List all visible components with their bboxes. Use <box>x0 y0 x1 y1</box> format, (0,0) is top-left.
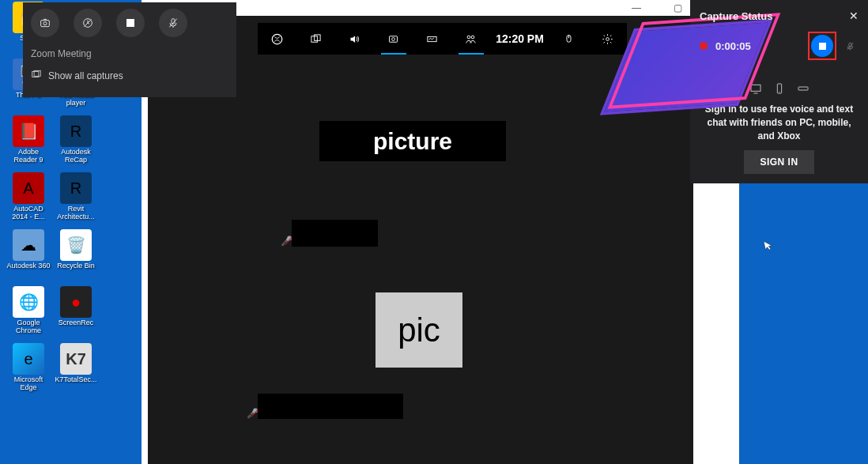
mouse-cursor-icon <box>761 238 777 256</box>
show-all-captures-link[interactable]: Show all captures <box>31 69 228 82</box>
svg-rect-3 <box>390 36 398 42</box>
desktop-icon-label: ScreenRec <box>58 319 94 327</box>
close-icon[interactable]: ✕ <box>849 9 859 22</box>
participant-tile-a: 🎤̸ <box>292 220 378 247</box>
xbox-console-icon <box>797 82 810 98</box>
capture-widget: Zoom Meeting Show all captures <box>23 2 236 97</box>
svg-point-12 <box>43 22 47 25</box>
desktop-icon-k7[interactable]: K7 K7TotalSec... <box>52 343 100 398</box>
signin-button[interactable]: SIGN IN <box>744 150 813 174</box>
desktop-icon-label: Revit Architectu... <box>53 206 99 221</box>
desktop-icon-label: Adobe Reader 9 <box>6 149 51 164</box>
capture-controls <box>31 9 228 37</box>
desktop-icon-label: K7TotalSec... <box>55 376 96 384</box>
participant-avatar: pic <box>376 292 462 368</box>
desktop-icon-adobe-reader[interactable]: 📕 Adobe Reader 9 <box>5 115 52 171</box>
video-banner: picture <box>319 121 506 161</box>
desktop-icon-label: Autodesk ReCap <box>53 149 99 164</box>
gallery-icon <box>31 69 42 82</box>
desktop-icon-label: Microsoft Edge <box>6 376 51 392</box>
svg-point-7 <box>471 36 474 39</box>
performance-icon[interactable] <box>415 23 450 55</box>
svg-point-4 <box>392 37 395 40</box>
autodesk-360-icon: ☁ <box>13 229 44 261</box>
capture-icon[interactable] <box>376 23 411 55</box>
minimize-button[interactable]: — <box>622 1 651 15</box>
participant-tile-b: 🎤̸ <box>258 394 403 419</box>
capture-status-header: Capture Status ✕ <box>690 0 868 22</box>
svg-rect-21 <box>751 85 760 91</box>
maximize-button[interactable]: ▢ <box>663 1 692 15</box>
desktop-icon-revit[interactable]: R Revit Architectu... <box>52 172 100 228</box>
svg-point-6 <box>467 36 470 39</box>
record-last-button[interactable] <box>74 9 102 37</box>
xbox-social-panel: Capture Status ✕ 0:00:05 Sign in to use … <box>690 0 868 183</box>
svg-point-10 <box>606 37 609 40</box>
mic-off-button[interactable] <box>841 37 859 55</box>
svg-point-24 <box>779 91 779 92</box>
device-icons-row <box>690 82 868 98</box>
desktop-icon-autodesk-360[interactable]: ☁ Autodesk 360 <box>5 229 52 285</box>
stop-record-button[interactable] <box>116 9 145 37</box>
pc-icon <box>749 82 762 98</box>
muted-mic-icon: 🎤̸ <box>281 236 292 247</box>
desktop-icon-chrome[interactable]: 🌐 Google Chrome <box>5 286 52 341</box>
recap-icon: R <box>60 115 92 147</box>
svg-point-0 <box>272 34 282 44</box>
desktop-icon-autocad[interactable]: A AutoCAD 2014 - E... <box>5 172 52 228</box>
capture-status-title: Capture Status <box>700 10 772 22</box>
gamebar-clock: 12:20 PM <box>492 23 548 55</box>
desktop-icon-autodesk-recap[interactable]: R Autodesk ReCap <box>52 115 100 171</box>
revit-icon: R <box>60 172 92 204</box>
adobe-reader-icon: 📕 <box>13 115 44 147</box>
edge-icon: e <box>13 343 44 375</box>
recording-indicator-icon <box>700 42 708 50</box>
xbox-gamebar-toolbar: 12:20 PM <box>258 23 627 55</box>
mobile-icon <box>773 82 786 98</box>
muted-mic-icon: 🎤̸ <box>247 408 259 419</box>
capture-app-title: Zoom Meeting <box>31 48 228 59</box>
xbox-icon[interactable] <box>260 23 295 55</box>
recording-time: 0:00:05 <box>715 40 751 52</box>
desktop-icon-screenrec[interactable]: ● ScreenRec <box>52 286 100 341</box>
screenshot-button[interactable] <box>31 9 59 37</box>
desktop-icon-label: AutoCAD 2014 - E... <box>6 206 51 221</box>
desktop-icon-label: Autodesk 360 <box>6 262 50 270</box>
recording-status-row: 0:00:05 <box>690 22 868 70</box>
mic-toggle-button[interactable] <box>159 9 187 37</box>
clock-text: 12:20 PM <box>496 32 544 45</box>
stop-recording-highlight <box>808 32 836 60</box>
desktop-icon-label: Google Chrome <box>6 319 51 335</box>
xbox-social-icon[interactable] <box>454 23 489 55</box>
autocad-icon: A <box>13 172 44 204</box>
mouse-icon[interactable] <box>552 23 587 55</box>
signin-prompt-text: Sign in to use free voice and text chat … <box>690 98 868 142</box>
pic-text: pic <box>398 311 440 349</box>
audio-icon[interactable] <box>338 23 372 55</box>
desktop-icon-recycle-bin[interactable]: 🗑️ Recycle Bin <box>52 229 100 285</box>
show-all-captures-label: Show all captures <box>48 70 123 81</box>
svg-rect-25 <box>798 87 808 90</box>
screenrec-icon: ● <box>60 286 92 318</box>
k7-icon: K7 <box>60 343 92 375</box>
banner-text: picture <box>373 128 452 155</box>
desktop-icon-edge[interactable]: e Microsoft Edge <box>5 343 52 398</box>
svg-rect-11 <box>41 21 50 27</box>
settings-icon[interactable] <box>591 23 625 55</box>
overlay-icon[interactable] <box>299 23 334 55</box>
recycle-bin-icon: 🗑️ <box>60 229 92 261</box>
chrome-icon: 🌐 <box>13 286 44 318</box>
stop-recording-button[interactable] <box>811 35 833 57</box>
desktop-icon-label: Recycle Bin <box>57 262 95 270</box>
